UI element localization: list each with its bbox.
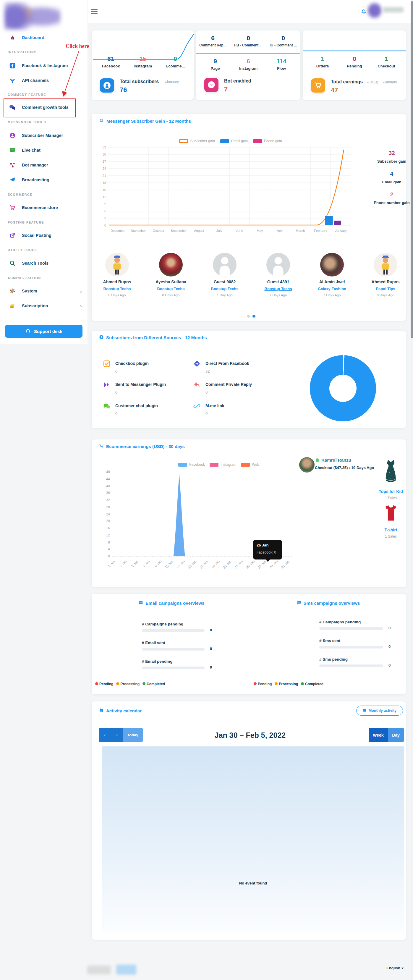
progress-bar [319, 665, 383, 667]
sidebar-item-label: Subscriber Manager [22, 133, 63, 138]
recent-subscriber: Ahmed Rupos Papoi Tips 8 Days Ago [362, 253, 409, 297]
stat-label: FB - Comment ... [232, 43, 265, 47]
topbar [87, 0, 411, 23]
calendar-week-button[interactable]: Week [369, 728, 388, 742]
product-image-tshirt[interactable] [384, 503, 398, 523]
subscriber-avatar-photo [159, 253, 183, 277]
calendar-day-button[interactable]: Day [388, 728, 404, 742]
sidebar-item-search-tools[interactable]: Search Tools [0, 257, 87, 269]
sidebar-item-label: API channels [22, 78, 49, 83]
sidebar-item-label: Live chat [22, 148, 41, 153]
ecommerce-earnings-card: Ecommerce earnings (USD) - 30 days Faceb… [92, 439, 406, 587]
monthly-activity-button[interactable]: Monthly activity [356, 706, 403, 716]
user-avatar[interactable] [367, 2, 382, 19]
stat-label: Orders [306, 64, 339, 68]
chevron-right-icon: › [80, 289, 82, 294]
stat-value: 61 [95, 55, 127, 62]
sidebar-item-subscription[interactable]: Subscription › [0, 300, 87, 312]
subscriber-page-link[interactable]: Papoi Tips [362, 286, 409, 291]
scrollbar-thumb[interactable] [411, 1, 413, 338]
progress-bar [142, 648, 205, 651]
summary-value: 2 [367, 191, 413, 198]
customer-name[interactable]: Kamrul Ranzu [321, 457, 351, 463]
calendar-date-range: Jan 30 – Feb 5, 2022 [180, 731, 320, 740]
sidebar-item-label: Search Tools [22, 261, 48, 266]
dashboard-page: Dashboard INTEGRATIONS Facebook & Instag… [0, 0, 413, 980]
svg-text:3: 3 [104, 216, 106, 220]
subscribers-icon [100, 78, 114, 92]
sources-donut-chart[interactable] [310, 355, 376, 422]
sidebar-item-subscriber-manager[interactable]: Subscriber Manager [0, 129, 87, 142]
legend-swatch-instagram [210, 463, 218, 467]
subscriber-avatar-photo [320, 253, 344, 277]
coins-icon [9, 302, 16, 309]
subscriber-page-link[interactable]: Boostup Techs [254, 286, 302, 291]
earnings-card: 1Orders 0Pending 1Checkout Total earning… [303, 30, 406, 100]
gear-icon [9, 288, 16, 294]
sidebar-item-social-posting[interactable]: Social Posting [0, 229, 87, 241]
reply-arrow-icon [193, 381, 201, 388]
svg-text:May: May [257, 229, 263, 232]
product-image-dress[interactable] [383, 459, 399, 486]
footer-blurred-button[interactable] [87, 966, 111, 974]
svg-text:24: 24 [106, 512, 110, 516]
notifications-bell-icon[interactable] [360, 8, 367, 17]
svg-text:36: 36 [106, 491, 110, 495]
svg-text:December: December [111, 229, 125, 232]
stat-value: 0 [159, 55, 192, 62]
svg-text:21 Jan: 21 Jan [222, 560, 232, 569]
svg-text:33: 33 [103, 145, 106, 149]
no-event-message: No event found [102, 881, 404, 885]
sidebar-item-bot-manager[interactable]: Bot manager [0, 159, 87, 171]
checkbox-icon [103, 360, 111, 368]
sidebar-section-posting-feature: POSTING FEATURE [8, 221, 44, 224]
calendar-prev-button[interactable]: ‹ [99, 728, 111, 742]
annotation-arrow [58, 41, 90, 100]
stat-label: Facebook [95, 64, 127, 68]
processing-dot-icon [275, 682, 278, 685]
subscriber-page-link[interactable]: Boostup Techs [147, 286, 195, 291]
footer-blurred-button-primary[interactable] [116, 965, 136, 975]
calendar-next-button[interactable]: › [111, 728, 123, 742]
sidebar-item-ecommerce-store[interactable]: Ecommerce store [0, 202, 87, 213]
period-tag: ‹January [165, 80, 179, 84]
hamburger-menu-button[interactable] [91, 9, 98, 15]
sidebar-item-broadcasting[interactable]: Broadcasting [0, 174, 87, 186]
svg-text:29 Jan: 29 Jan [269, 560, 278, 569]
sidebar-item-live-chat[interactable]: Live chat [0, 144, 87, 156]
messenger-icon [204, 78, 218, 92]
legend-swatch-facebook [178, 463, 187, 467]
scrollbar-track[interactable] [411, 0, 413, 980]
sidebar-item-system[interactable]: System › [0, 285, 87, 297]
product-name-link[interactable]: Tops for Kid [367, 489, 413, 494]
calendar-grid[interactable]: No event found [102, 746, 404, 933]
carousel-dot-1[interactable] [247, 315, 250, 318]
calendar-icon [363, 708, 367, 713]
sms-bubble-icon [297, 600, 301, 606]
subscriber-page-link[interactable]: Galaxy Fashion [308, 286, 356, 291]
product-name-link[interactable]: T-shirt [367, 528, 413, 532]
support-desk-button[interactable]: Support desk [5, 325, 83, 338]
svg-text:September: September [171, 229, 187, 232]
svg-text:24: 24 [103, 167, 106, 170]
svg-text:9 Jan: 9 Jan [154, 560, 162, 568]
svg-text:30: 30 [103, 153, 106, 156]
svg-text:11 Jan: 11 Jan [164, 560, 174, 569]
subscriber-avatar-cartoon [374, 253, 397, 277]
svg-text:April: April [277, 229, 283, 232]
subscriber-gain-chart[interactable]: 03691215182124273033DecemberNovemberOcto… [96, 145, 356, 234]
subscriber-page-link[interactable]: Boostup Techs [201, 286, 248, 291]
subscriber-avatar-cartoon [105, 253, 129, 277]
facebook-icon [9, 62, 16, 69]
recent-subscriber: Ayesha Sultana Boostup Techs 8 Days Ago [147, 253, 195, 297]
card-value: 7 [224, 86, 228, 93]
svg-text:4: 4 [108, 547, 110, 551]
language-selector[interactable]: English [386, 966, 404, 970]
carousel-dot-2-active[interactable] [253, 315, 256, 318]
sidebar-section-integrations: INTEGRATIONS [8, 50, 37, 54]
email-campaign-legend: Pending Processing Completed [95, 682, 165, 686]
svg-text:6: 6 [104, 209, 106, 213]
stat-value: 1 [306, 55, 339, 62]
subscriber-page-link[interactable]: Boostup Techs [94, 286, 141, 291]
calendar-today-button[interactable]: Today [123, 728, 143, 742]
